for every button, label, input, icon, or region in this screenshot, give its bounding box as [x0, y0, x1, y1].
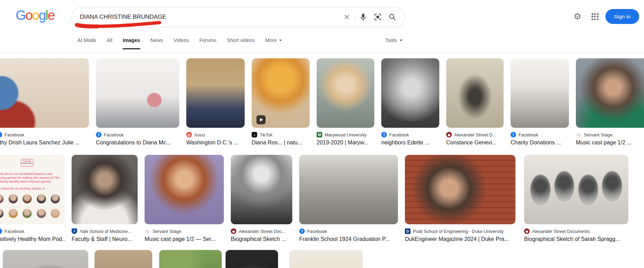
result-source[interactable]: fFacebook	[96, 132, 179, 138]
result-source[interactable]: fFacebook	[0, 228, 65, 234]
result-source[interactable]: ◆Alexander Street D...	[446, 132, 504, 138]
yale-favicon-icon: Y	[72, 228, 77, 234]
result-source[interactable]: ♪TikTok	[252, 132, 310, 138]
result-source[interactable]: fFacebook	[511, 132, 569, 138]
google-lens-icon	[374, 13, 382, 21]
result-tile[interactable]	[226, 250, 278, 268]
result-tile[interactable]: fFacebookCharity Donations ...	[511, 58, 569, 146]
result-tile[interactable]: DPratt School of Engineering - Duke Univ…	[405, 155, 515, 243]
result-source[interactable]: MMarywood University	[317, 132, 374, 138]
tab-images[interactable]: Images	[122, 33, 140, 49]
results-row: fFacebookathy Drish Laura Sanchez Julie …	[0, 58, 644, 146]
search-submit-button[interactable]	[385, 10, 400, 24]
result-thumbnail[interactable]	[231, 155, 292, 224]
result-thumbnail[interactable]: Positively Healthy MomThank you to our w…	[0, 155, 65, 224]
tab-short-videos[interactable]: Short videos	[227, 33, 255, 49]
result-tile[interactable]: Positively Healthy MomThank you to our w…	[0, 155, 65, 243]
lens-search-button[interactable]	[370, 10, 385, 24]
result-tile[interactable]: ◆Alexander Street Doc...Biographical Ske…	[231, 155, 292, 243]
result-title[interactable]: ositively Healthy Mom Pod...	[0, 236, 65, 243]
search-input[interactable]	[80, 14, 340, 20]
result-source[interactable]: S)Servant Stage	[576, 132, 644, 138]
result-thumbnail[interactable]	[299, 155, 398, 224]
tab-ai-mode[interactable]: AI Mode	[77, 33, 97, 49]
result-thumbnail[interactable]	[159, 250, 222, 268]
result-source[interactable]: fFacebook	[0, 132, 89, 138]
result-title[interactable]: DukEngineer Magazine 2024 | Duke Pra...	[405, 236, 515, 243]
result-tile[interactable]	[289, 250, 363, 268]
result-source[interactable]: fFacebook	[381, 132, 439, 138]
result-title[interactable]: Congratulations to Diana Mc...	[96, 139, 179, 146]
result-caption: ◆Alexander Street D...Constance Genevi..…	[446, 132, 504, 146]
tab-all[interactable]: All	[106, 33, 113, 49]
result-thumbnail[interactable]	[317, 58, 374, 128]
result-title[interactable]: Franklin School 1924 Graduation P...	[299, 236, 398, 243]
result-thumbnail[interactable]	[524, 155, 628, 224]
result-title[interactable]: Charity Donations ...	[511, 139, 569, 146]
result-thumbnail[interactable]	[226, 250, 278, 268]
result-source[interactable]: ◆Alexander Street Doc...	[231, 228, 292, 234]
tab-forums[interactable]: Forums	[199, 33, 217, 49]
result-title[interactable]: Constance Genevi...	[446, 139, 504, 146]
tiktok-favicon-icon: ♪	[252, 132, 257, 137]
result-title[interactable]: neighbors Edette ...	[381, 139, 439, 146]
result-source[interactable]: YYale School of Medicine...	[72, 228, 138, 234]
result-title[interactable]: 2019-2020 | Maryw...	[317, 139, 374, 146]
result-title[interactable]: Biographical Sketch ...	[231, 236, 292, 243]
chevron-down-icon	[400, 40, 402, 41]
result-tile[interactable]: Best Lawyers	[95, 250, 152, 268]
result-thumbnail[interactable]	[72, 155, 138, 224]
result-title[interactable]: Faculty & Staff | Neuro...	[72, 236, 138, 243]
tab-more[interactable]: More	[265, 33, 282, 49]
result-thumbnail[interactable]	[289, 250, 363, 268]
result-thumbnail[interactable]	[576, 58, 644, 128]
result-tile[interactable]: S)Servant StageMusic cast page 1/2 — Ser…	[145, 155, 224, 243]
result-tile[interactable]: ◎IssuuWashington D.C.'s ...	[186, 58, 245, 146]
result-title[interactable]: Washington D.C.'s ...	[186, 139, 245, 146]
result-thumbnail[interactable]	[405, 155, 515, 224]
result-tile[interactable]: fFacebookathy Drish Laura Sanchez Julie …	[0, 58, 89, 146]
google-logo[interactable]: Google	[16, 8, 54, 23]
result-tile[interactable]: S)Servant StageMusic cast page 1/2 ...	[576, 58, 644, 146]
gear-icon: ⚙	[573, 12, 581, 21]
result-tile[interactable]: fFacebookCongratulations to Diana Mc...	[96, 58, 179, 146]
result-tile[interactable]: ◆Alexander Street D...Constance Genevi..…	[446, 58, 504, 146]
result-title[interactable]: athy Drish Laura Sanchez Julie ...	[0, 139, 89, 146]
result-tile[interactable]: fFacebookFranklin School 1924 Graduation…	[299, 155, 398, 243]
result-title[interactable]: Biographical Sketch of Sarah Spragg...	[524, 236, 628, 243]
result-tile[interactable]	[3, 250, 88, 268]
result-tile[interactable]	[159, 250, 222, 268]
result-thumbnail[interactable]	[511, 58, 569, 128]
result-source[interactable]: ◆Alexander Street Documents	[524, 228, 628, 234]
apps-grid-icon	[592, 13, 598, 20]
tab-videos[interactable]: Videos	[173, 33, 189, 49]
result-thumbnail[interactable]	[381, 58, 439, 128]
clear-search-button[interactable]	[340, 10, 354, 24]
result-tile[interactable]: YYale School of Medicine...Faculty & Sta…	[72, 155, 138, 243]
sign-in-button[interactable]: Sign in	[605, 9, 639, 24]
result-thumbnail[interactable]	[96, 58, 179, 128]
result-thumbnail[interactable]	[145, 155, 224, 224]
tab-news[interactable]: News	[150, 33, 163, 49]
voice-search-button[interactable]	[356, 10, 370, 24]
result-thumbnail[interactable]	[0, 58, 89, 128]
result-tile[interactable]: MMarywood University2019-2020 | Maryw...	[317, 58, 374, 146]
result-tile[interactable]: fFacebookneighbors Edette ...	[381, 58, 439, 146]
result-source[interactable]: S)Servant Stage	[145, 228, 224, 234]
settings-button[interactable]: ⚙	[571, 9, 585, 24]
result-thumbnail[interactable]: Best Lawyers	[95, 250, 152, 268]
result-source[interactable]: DPratt School of Engineering - Duke Univ…	[405, 228, 515, 234]
result-thumbnail[interactable]	[252, 58, 310, 128]
result-thumbnail[interactable]	[3, 250, 88, 268]
google-apps-button[interactable]	[588, 9, 602, 24]
result-source[interactable]: ◎Issuu	[186, 132, 245, 138]
tools-button[interactable]: Tools	[385, 37, 402, 43]
result-title[interactable]: Diana Ros... | natu...	[252, 139, 310, 146]
result-source[interactable]: fFacebook	[299, 228, 398, 234]
result-title[interactable]: Music cast page 1/2 ...	[576, 139, 644, 146]
result-tile[interactable]: ◆Alexander Street DocumentsBiographical …	[524, 155, 628, 243]
result-thumbnail[interactable]	[186, 58, 245, 128]
result-title[interactable]: Music cast page 1/2 — Ser...	[145, 236, 224, 243]
result-tile[interactable]: ♪TikTokDiana Ros... | natu...	[252, 58, 310, 146]
result-thumbnail[interactable]	[446, 58, 504, 128]
